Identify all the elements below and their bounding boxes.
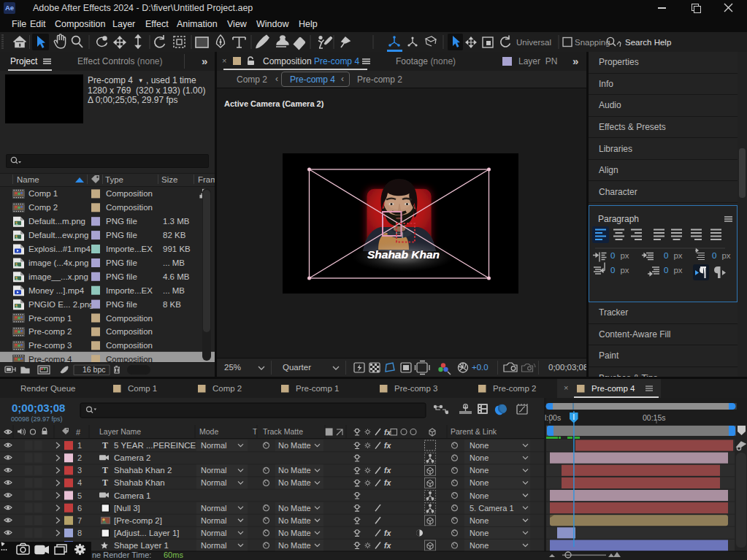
svg-text:00098 (29.97 fps): 00098 (29.97 fps) — [11, 415, 63, 423]
svg-text:1.3 MB: 1.3 MB — [163, 217, 190, 226]
svg-text:T: T — [102, 440, 108, 450]
svg-text:4.6 MB: 4.6 MB — [163, 272, 190, 281]
svg-text:fx: fx — [384, 541, 391, 550]
svg-text:Importe...EX: Importe...EX — [106, 245, 153, 253]
svg-text:[Pre-comp 2]: [Pre-comp 2] — [114, 516, 162, 525]
svg-text:None: None — [470, 541, 489, 550]
svg-text:6: 6 — [77, 504, 82, 513]
svg-text:Normal: Normal — [201, 466, 226, 475]
svg-text:None: None — [470, 516, 489, 525]
svg-text:Pre-comp 2: Pre-comp 2 — [28, 327, 72, 336]
svg-text:Pre-comp 4: Pre-comp 4 — [591, 384, 635, 393]
svg-text:Normal: Normal — [201, 478, 226, 487]
svg-text:Camera 2: Camera 2 — [114, 453, 151, 462]
svg-text:No Matte: No Matte — [278, 441, 311, 450]
svg-text:Composition: Composition — [106, 327, 153, 336]
svg-text:Shahab Khan: Shahab Khan — [367, 248, 440, 261]
svg-text:Pre-comp 1: Pre-comp 1 — [28, 314, 72, 323]
svg-text:Composition: Composition — [106, 203, 153, 212]
svg-text:Pre-comp 3: Pre-comp 3 — [394, 384, 437, 393]
svg-text:5: 5 — [77, 491, 82, 500]
svg-text:Comp 1: Comp 1 — [128, 384, 157, 393]
svg-text:16 bpc: 16 bpc — [83, 365, 106, 374]
svg-text:Parent & Link: Parent & Link — [451, 427, 497, 436]
svg-text:ne Render Time:: ne Render Time: — [92, 551, 151, 559]
svg-text:Importe...EX: Importe...EX — [106, 286, 153, 295]
svg-text:00:15s: 00:15s — [643, 413, 666, 422]
svg-text:Pre-comp 3: Pre-comp 3 — [28, 341, 72, 350]
svg-text:fx: fx — [384, 441, 391, 450]
svg-text:None: None — [470, 466, 489, 475]
svg-text:PNG file: PNG file — [106, 272, 137, 281]
svg-text:Shahab Khan: Shahab Khan — [114, 478, 165, 487]
svg-text:Layer Name: Layer Name — [99, 427, 141, 436]
svg-text:... MB: ... MB — [163, 258, 185, 267]
svg-text:image__...x.png: image__...x.png — [28, 272, 88, 281]
svg-text:1: 1 — [77, 441, 82, 450]
svg-text:Normal: Normal — [201, 441, 226, 450]
svg-text:7: 7 — [77, 516, 82, 525]
svg-text:No Matte: No Matte — [278, 541, 311, 550]
svg-text:Pre-comp 4: Pre-comp 4 — [28, 355, 72, 362]
svg-text:Explosi...#1.mp4: Explosi...#1.mp4 — [28, 245, 91, 253]
svg-text:None: None — [470, 478, 489, 487]
svg-text:image (...4x.png: image (...4x.png — [28, 258, 88, 267]
svg-text:Shape Layer 1: Shape Layer 1 — [114, 541, 169, 550]
svg-text:T: T — [102, 465, 108, 475]
svg-text:Comp 2: Comp 2 — [212, 384, 242, 393]
svg-text:PNG file: PNG file — [106, 231, 137, 239]
svg-text:Default...ew.png: Default...ew.png — [28, 231, 88, 239]
svg-text:l:00s: l:00s — [545, 413, 561, 422]
svg-text:×: × — [564, 383, 568, 392]
svg-text:No Matte: No Matte — [278, 504, 311, 513]
svg-text:2: 2 — [77, 453, 82, 462]
svg-text:None: None — [470, 453, 489, 462]
svg-text:Normal: Normal — [201, 516, 226, 525]
svg-text:5 YEAR ...PEREINCE: 5 YEAR ...PEREINCE — [114, 441, 196, 450]
svg-text:#: # — [76, 428, 81, 437]
svg-text:Composition: Composition — [106, 189, 153, 198]
svg-text:No Matte: No Matte — [278, 478, 311, 487]
svg-text:No Matte: No Matte — [278, 466, 311, 475]
svg-text:No Matte: No Matte — [278, 529, 311, 537]
svg-text:Normal: Normal — [201, 541, 226, 550]
svg-text:Camera 1: Camera 1 — [114, 491, 151, 500]
svg-text:Default...m.png: Default...m.png — [28, 217, 85, 226]
svg-text:fx: fx — [384, 529, 391, 537]
svg-text:Normal: Normal — [201, 529, 226, 537]
svg-text:Pre-comp 2: Pre-comp 2 — [493, 384, 536, 393]
svg-text:4: 4 — [77, 478, 82, 487]
svg-text:PNG file: PNG file — [106, 217, 137, 226]
svg-text:PNG file: PNG file — [106, 258, 137, 267]
svg-text:Composition: Composition — [106, 314, 153, 323]
svg-text:T: T — [102, 477, 108, 488]
svg-text:991 KB: 991 KB — [163, 245, 191, 253]
svg-text:82 KB: 82 KB — [163, 231, 186, 239]
svg-text:Comp 1: Comp 1 — [28, 189, 58, 198]
svg-text:PNG file: PNG file — [106, 300, 137, 309]
svg-text:Normal: Normal — [201, 504, 226, 513]
svg-text:Composition: Composition — [106, 355, 153, 362]
svg-text:Comp 2: Comp 2 — [28, 203, 58, 212]
svg-text:Render Queue: Render Queue — [20, 384, 75, 393]
svg-text:Money ...].mp4: Money ...].mp4 — [28, 286, 85, 295]
svg-text:... MB: ... MB — [163, 286, 185, 295]
svg-text:Mode: Mode — [199, 427, 218, 436]
svg-text:None: None — [470, 441, 489, 450]
svg-text:8 KB: 8 KB — [163, 300, 181, 309]
svg-text:[Null 3]: [Null 3] — [114, 504, 140, 513]
svg-text:3: 3 — [77, 466, 82, 475]
svg-text:8: 8 — [77, 529, 82, 537]
svg-text:5. Camera 1: 5. Camera 1 — [470, 504, 514, 513]
svg-text:fx: fx — [384, 466, 391, 475]
svg-text:No Matte: No Matte — [278, 516, 311, 525]
svg-text:0;00;03;08: 0;00;03;08 — [12, 402, 65, 414]
svg-text:PNGIO E... 2.png: PNGIO E... 2.png — [28, 300, 93, 309]
svg-text:Pre-comp 1: Pre-comp 1 — [296, 384, 339, 393]
svg-text:None: None — [470, 491, 489, 500]
svg-text:Track Matte: Track Matte — [263, 427, 303, 436]
svg-text:Shahab Khan 2: Shahab Khan 2 — [114, 466, 172, 475]
svg-text:60ms: 60ms — [164, 551, 183, 559]
svg-text:None: None — [470, 529, 489, 537]
svg-text:fx: fx — [384, 478, 391, 487]
